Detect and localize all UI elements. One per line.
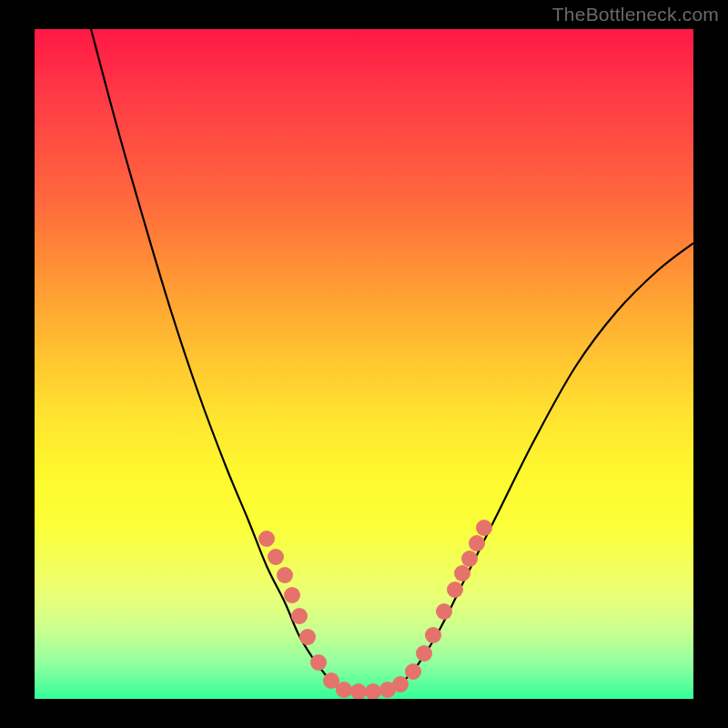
- data-marker: [336, 682, 352, 698]
- data-marker: [416, 645, 432, 662]
- data-marker: [277, 567, 293, 583]
- data-marker: [476, 520, 492, 536]
- data-marker: [291, 608, 308, 624]
- watermark-text: TheBottleneck.com: [552, 4, 719, 25]
- data-marker: [365, 683, 381, 699]
- data-marker: [447, 581, 463, 598]
- data-marker: [310, 654, 327, 671]
- data-marker: [350, 683, 367, 699]
- data-marker: [405, 663, 421, 680]
- plot-area: [35, 29, 693, 699]
- marker-group: [258, 520, 492, 699]
- data-marker: [258, 531, 275, 547]
- data-marker: [268, 549, 284, 565]
- curve-group: [91, 29, 693, 692]
- data-marker: [425, 627, 441, 643]
- data-marker: [392, 676, 409, 693]
- data-marker: [461, 551, 478, 567]
- data-marker: [299, 629, 316, 645]
- data-marker: [469, 535, 485, 551]
- data-marker: [436, 603, 452, 620]
- data-marker: [454, 565, 470, 581]
- bottleneck-curve: [91, 29, 693, 692]
- data-marker: [284, 587, 300, 603]
- chart-svg: [35, 29, 693, 699]
- chart-frame: TheBottleneck.com: [0, 0, 728, 728]
